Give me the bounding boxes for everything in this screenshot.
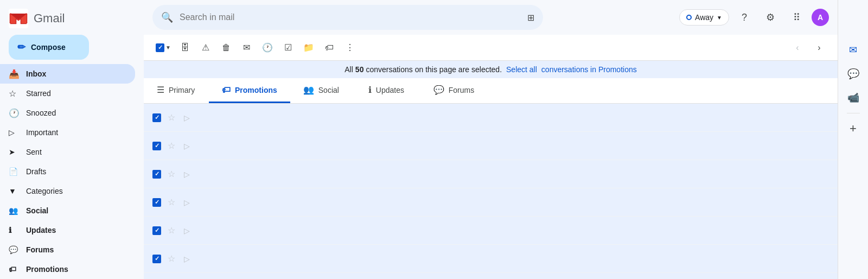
move-icon: 📁 <box>303 42 314 53</box>
sidebar-item-promotions[interactable]: 🏷 Promotions <box>0 259 135 279</box>
email-row[interactable]: ✓ ☆ ▷ <box>144 273 838 279</box>
right-panel: ✉ 💬 📹 + <box>838 0 868 279</box>
sidebar-item-categories[interactable]: ▼ Categories <box>0 181 135 201</box>
important-mark-button[interactable]: ▷ <box>182 252 192 265</box>
promotions-nav-label: Promotions <box>26 265 126 274</box>
drafts-label: Drafts <box>26 167 126 176</box>
primary-tab-icon: ☰ <box>157 85 164 95</box>
email-checkbox[interactable]: ✓ <box>152 226 161 235</box>
updates-tab-icon: ℹ <box>368 85 372 95</box>
email-checkbox[interactable]: ✓ <box>152 170 161 179</box>
chat-panel-button[interactable]: 💬 <box>843 63 864 85</box>
forums-icon: 💬 <box>9 245 20 254</box>
star-button[interactable]: ☆ <box>165 251 177 266</box>
avatar[interactable]: A <box>812 9 829 26</box>
label-button[interactable]: 🏷 <box>320 38 339 58</box>
add-task-icon: ☑ <box>284 42 292 53</box>
next-page-button[interactable]: › <box>809 38 829 58</box>
social-tab-icon: 👥 <box>303 85 314 95</box>
email-row[interactable]: ✓ ☆ ▷ <box>144 160 838 188</box>
star-button[interactable]: ☆ <box>165 223 177 238</box>
settings-button[interactable]: ⚙ <box>760 7 781 28</box>
more-icon: ⋮ <box>346 42 354 53</box>
banner-middle-text: conversations on this page are selected. <box>366 65 502 74</box>
sidebar-item-updates[interactable]: ℹ Updates <box>0 220 135 240</box>
sidebar-item-starred[interactable]: ☆ Starred <box>0 84 135 103</box>
email-row[interactable]: ✓ ☆ ▷ <box>144 188 838 217</box>
important-mark-button[interactable]: ▷ <box>182 140 192 153</box>
help-button[interactable]: ? <box>733 7 755 28</box>
tabs-bar: ☰ Primary 🏷 Promotions 👥 Social ℹ Update… <box>144 78 838 104</box>
mark-unread-button[interactable]: ✉ <box>237 38 257 58</box>
sidebar-item-drafts[interactable]: 📄 Drafts <box>0 162 135 181</box>
email-checkbox[interactable]: ✓ <box>152 255 161 263</box>
conversations-in-promotions-link[interactable]: conversations in Promotions <box>541 65 637 74</box>
select-chevron-icon: ▼ <box>165 45 171 50</box>
search-box[interactable]: 🔍 ⊞ <box>152 5 543 30</box>
more-options-button[interactable]: ⋮ <box>340 38 360 58</box>
toolbar: ✓ ▼ 🗄 ⚠ 🗑 ✉ 🕐 ☑ 📁 🏷 ⋮ <box>144 35 838 61</box>
select-checkbox-button[interactable]: ✓ ▼ <box>152 41 174 54</box>
forums-tab-label: Forums <box>449 86 474 94</box>
mail-panel-button[interactable]: ✉ <box>843 39 864 61</box>
important-mark-button[interactable]: ▷ <box>182 196 192 209</box>
archive-icon: 🗄 <box>181 43 189 53</box>
tab-primary[interactable]: ☰ Primary <box>144 78 209 103</box>
status-button[interactable]: Away ▼ <box>679 9 729 26</box>
nav-arrows: ‹ › <box>788 38 829 58</box>
prev-page-button[interactable]: ‹ <box>788 38 807 58</box>
move-to-button[interactable]: 📁 <box>299 38 318 58</box>
tab-updates[interactable]: ℹ Updates <box>355 78 420 103</box>
email-row[interactable]: ✓ ☆ ▷ <box>144 132 838 160</box>
star-button[interactable]: ☆ <box>165 195 177 210</box>
snooze-button[interactable]: 🕐 <box>258 38 277 58</box>
delete-button[interactable]: 🗑 <box>216 38 236 58</box>
email-row[interactable]: ✓ ☆ ▷ <box>144 245 838 273</box>
sidebar-item-social[interactable]: 👥 Social <box>0 201 135 220</box>
meet-panel-button[interactable]: 📹 <box>843 87 864 109</box>
check-icon: ✓ <box>155 115 159 121</box>
tab-social[interactable]: 👥 Social <box>290 78 355 103</box>
starred-label: Starred <box>26 89 126 98</box>
email-checkbox[interactable]: ✓ <box>152 198 161 207</box>
search-input[interactable] <box>180 12 521 22</box>
snoozed-icon: 🕐 <box>9 108 20 118</box>
social-nav-label: Social <box>26 206 126 215</box>
star-button[interactable]: ☆ <box>165 110 177 125</box>
add-panel-button[interactable]: + <box>843 118 864 140</box>
important-mark-button[interactable]: ▷ <box>182 224 192 237</box>
star-button[interactable]: ☆ <box>165 138 177 153</box>
archive-button[interactable]: 🗄 <box>175 38 195 58</box>
check-icon: ✓ <box>155 143 159 149</box>
checkbox-checked-icon: ✓ <box>156 43 164 52</box>
sidebar-item-sent[interactable]: ➤ Sent <box>0 142 135 162</box>
tab-promotions[interactable]: 🏷 Promotions <box>209 78 290 103</box>
snooze-icon: 🕐 <box>262 42 273 53</box>
email-row[interactable]: ✓ ☆ ▷ <box>144 217 838 245</box>
sidebar-item-forums[interactable]: 💬 Forums <box>0 240 135 259</box>
email-checkbox[interactable]: ✓ <box>152 113 161 122</box>
search-icon: 🔍 <box>161 11 173 23</box>
topbar: 🔍 ⊞ Away ▼ ? ⚙ ⠿ A <box>144 0 838 35</box>
important-mark-button[interactable]: ▷ <box>182 168 192 181</box>
compose-button[interactable]: ✏ Compose <box>9 35 89 60</box>
star-button[interactable]: ☆ <box>165 167 177 181</box>
sidebar-item-important[interactable]: ▷ Important <box>0 123 135 142</box>
sidebar-item-inbox[interactable]: 📥 Inbox <box>0 64 135 84</box>
tab-forums[interactable]: 💬 Forums <box>420 78 487 103</box>
email-list: ✓ ☆ ▷ ✓ ☆ ▷ ✓ ☆ ▷ ✓ <box>144 104 838 279</box>
email-checkbox[interactable]: ✓ <box>152 142 161 150</box>
important-mark-button[interactable]: ▷ <box>182 111 192 124</box>
email-row[interactable]: ✓ ☆ ▷ <box>144 104 838 132</box>
gmail-logo <box>9 9 28 28</box>
add-task-button[interactable]: ☑ <box>278 38 298 58</box>
check-icon: ✓ <box>155 171 159 177</box>
important-label: Important <box>26 128 126 137</box>
apps-button[interactable]: ⠿ <box>786 7 807 28</box>
status-chevron-icon: ▼ <box>717 15 722 21</box>
select-all-link[interactable]: Select all <box>506 65 537 74</box>
search-options-icon[interactable]: ⊞ <box>527 12 534 23</box>
categories-label: Categories <box>26 187 126 195</box>
report-spam-button[interactable]: ⚠ <box>196 38 215 58</box>
sidebar-item-snoozed[interactable]: 🕐 Snoozed <box>0 103 135 123</box>
